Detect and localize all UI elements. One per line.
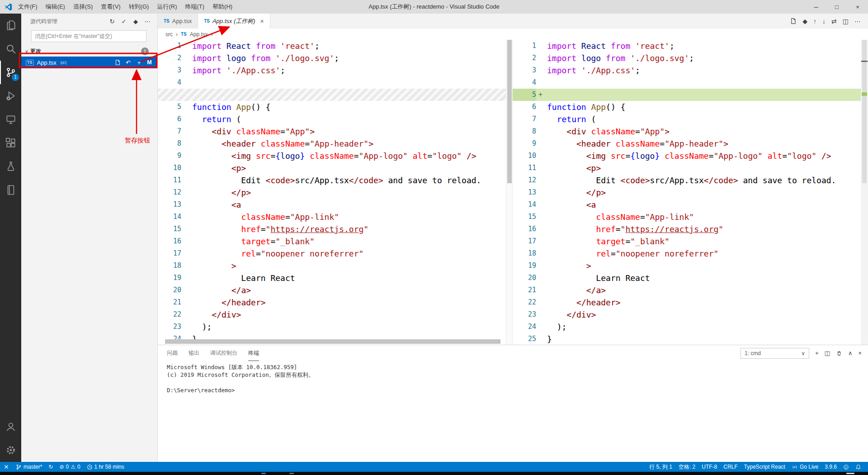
stage-changes-icon[interactable]: + [135,59,143,66]
line-number[interactable]: 24 [513,321,536,333]
code-text[interactable]: return ( [192,113,241,125]
line-number[interactable]: 22 [158,309,181,321]
kill-terminal-icon[interactable] [836,350,842,356]
line-number[interactable]: 17 [158,247,181,260]
code-line[interactable]: 23 ); [158,321,506,333]
line-number[interactable]: 9 [158,150,181,162]
code-line[interactable]: 18 rel="noopener noreferrer" [513,247,861,260]
line-number[interactable]: 18 [513,247,536,260]
line-number[interactable]: 15 [158,223,181,235]
diff-added-line[interactable]: 5+ [513,89,861,101]
code-line[interactable]: 4 [513,76,861,89]
panel-tab[interactable]: 输出 [189,345,199,361]
line-number[interactable] [158,89,181,101]
code-text[interactable]: </a> [547,284,606,296]
code-line[interactable]: 10 <p> [158,162,506,174]
code-line[interactable]: 17 target="_blank" [513,235,861,247]
code-text[interactable]: import logo from './logo.svg'; [547,52,694,64]
code-text[interactable]: return ( [547,113,596,125]
code-text[interactable]: </header> [547,296,621,309]
search-icon[interactable] [0,37,21,61]
overview-ruler[interactable] [861,40,868,345]
code-text[interactable]: <p> [192,162,246,174]
line-number[interactable]: 11 [513,162,536,174]
code-text[interactable]: <div className="App"> [192,125,315,138]
line-number[interactable]: 2 [158,52,181,64]
code-line[interactable]: 16 href="https://reactjs.org" [513,223,861,235]
breadcrumb-file[interactable]: App.tsx [190,31,208,38]
line-number[interactable]: 12 [158,186,181,199]
discard-changes-icon[interactable]: ↶ [124,59,132,66]
explorer-icon[interactable] [0,14,21,37]
commit-message-input[interactable]: 消息(Ctrl+Enter 在"master"提交) [31,30,146,42]
menu-item[interactable]: 文件(F) [14,0,42,14]
code-line[interactable]: 14 <a [513,199,861,211]
line-number[interactable]: 9 [513,138,536,150]
commit-graph-icon[interactable]: ◆ [130,16,141,27]
code-text[interactable]: className="App-link" [547,211,694,223]
code-line[interactable]: 21 </a> [513,284,861,296]
line-number[interactable]: 25 [513,333,536,345]
code-line[interactable]: 9 <header className="App-header"> [513,138,861,150]
open-file-icon[interactable] [113,59,121,66]
code-text[interactable]: <a [192,199,241,211]
code-line[interactable]: 2import logo from './logo.svg'; [158,52,506,64]
line-number[interactable]: 6 [513,101,536,113]
line-number[interactable]: 1 [158,40,181,52]
code-line[interactable]: 22 </div> [158,309,506,321]
line-number[interactable]: 18 [158,260,181,272]
code-line[interactable]: 14 className="App-link" [158,211,506,223]
compare-icon[interactable]: ◆ [802,18,807,25]
code-line[interactable]: 12 </p> [158,186,506,199]
menu-item[interactable]: 运行(R) [153,0,181,14]
go-live-status[interactable]: Go Live [788,462,821,472]
problems-status[interactable]: ⊘ 0 ⚠ 0 [56,462,83,472]
line-number[interactable]: 4 [158,76,181,89]
settings-gear-icon[interactable] [0,438,21,462]
code-text[interactable]: target="_blank" [547,235,670,247]
code-text[interactable]: ); [192,321,212,333]
line-number[interactable]: 10 [513,150,536,162]
code-text[interactable]: <p> [547,162,601,174]
code-text[interactable]: <header className="App-header"> [192,138,373,150]
line-number[interactable]: 23 [158,321,181,333]
code-text[interactable]: <div className="App"> [547,125,670,138]
code-line[interactable]: 10 <img src={logo} className="App-logo" … [513,150,861,162]
new-terminal-icon[interactable]: + [815,350,819,356]
source-control-icon[interactable]: 1 [0,61,21,84]
line-number[interactable]: 2 [513,52,536,64]
code-line[interactable]: 8 <header className="App-header"> [158,138,506,150]
line-number[interactable]: 16 [158,235,181,247]
code-text[interactable]: Learn React [192,272,295,284]
code-text[interactable]: </header> [192,296,266,309]
panel-tab[interactable]: 问题 [167,345,178,361]
line-number[interactable]: 14 [158,211,181,223]
line-number[interactable]: 13 [158,199,181,211]
code-line[interactable]: 12 Edit <code>src/App.tsx</code> and sav… [513,174,861,186]
panel-tab[interactable]: 调试控制台 [210,345,237,361]
code-text[interactable]: className="App-link" [192,211,339,223]
code-text[interactable]: ); [547,321,566,333]
code-text[interactable]: href="https://reactjs.org" [192,223,368,235]
code-line[interactable]: 1import React from 'react'; [513,40,861,52]
docs-icon[interactable] [0,178,21,202]
code-line[interactable]: 13 </p> [513,186,861,199]
line-number[interactable]: 21 [513,284,536,296]
line-number[interactable]: 4 [513,76,536,89]
code-line[interactable]: 16 target="_blank" [158,235,506,247]
line-number[interactable]: 13 [513,186,536,199]
git-branch-status[interactable]: master* [13,462,45,472]
code-text[interactable]: > [547,260,591,272]
line-number[interactable]: 15 [513,211,536,223]
diff-filler-row[interactable] [158,89,506,101]
more-actions-icon[interactable]: ⋯ [142,16,153,27]
line-number[interactable]: 19 [513,260,536,272]
eol-sequence[interactable]: CRLF [720,462,741,472]
code-text[interactable]: rel="noopener noreferrer" [547,247,718,260]
line-number[interactable]: 23 [513,309,536,321]
language-mode[interactable]: TypeScript React [741,462,788,472]
code-text[interactable]: import React from 'react'; [547,40,675,52]
menu-item[interactable]: 终端(T) [181,0,208,14]
code-text[interactable]: Edit <code>src/App.tsx</code> and save t… [192,174,481,186]
line-number[interactable]: 22 [513,296,536,309]
